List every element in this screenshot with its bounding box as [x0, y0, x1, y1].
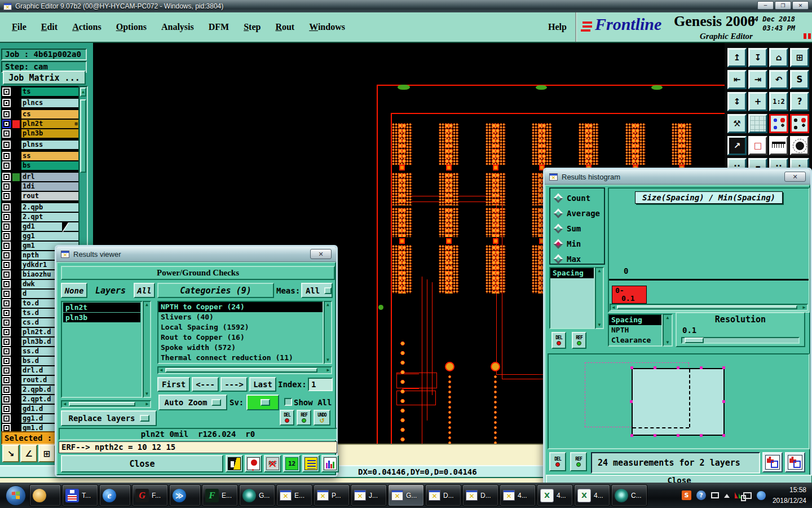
layer-checkbox[interactable] — [2, 280, 11, 288]
menu-analysis[interactable]: Analysis — [154, 22, 201, 32]
radio-count[interactable]: Count — [550, 190, 604, 205]
menu-help[interactable]: Help — [548, 12, 567, 42]
histogram-import-button[interactable] — [785, 452, 805, 472]
layer-color-chip[interactable] — [12, 141, 20, 149]
meas-dropdown[interactable]: All — [301, 283, 333, 298]
layer-color-chip[interactable] — [12, 405, 20, 413]
layer-name[interactable]: 1di — [21, 182, 78, 191]
scroll-down-icon[interactable]: ▼ — [664, 340, 672, 345]
radio-max[interactable]: Max — [550, 251, 604, 266]
layer-checkbox[interactable] — [2, 141, 11, 149]
layer-color-chip[interactable] — [12, 348, 20, 356]
layer-name[interactable]: ss — [21, 152, 78, 160]
layer-checkbox[interactable] — [2, 347, 11, 356]
layer-checkbox[interactable] — [2, 414, 11, 423]
layer-color-chip[interactable] — [12, 213, 20, 221]
category-item[interactable]: NPTH to Copper (24) — [158, 302, 323, 312]
layer-color-chip[interactable] — [12, 99, 20, 107]
layer-color-chip[interactable] — [12, 120, 20, 128]
all-button[interactable]: All — [134, 283, 155, 298]
layer-color-chip[interactable] — [12, 386, 20, 394]
first-button[interactable]: First — [157, 377, 190, 392]
layer-checkbox[interactable] — [2, 318, 11, 327]
histogram-button[interactable] — [321, 455, 339, 472]
layer-checkbox[interactable] — [2, 424, 11, 431]
spacing-list[interactable]: Spacing — [549, 267, 595, 329]
help-mode-button[interactable]: ? — [790, 92, 809, 111]
layer-color-chip[interactable] — [12, 233, 20, 240]
results-histogram-titlebar[interactable]: Results histogram ✕ — [545, 169, 810, 185]
measure-type-item[interactable]: NPTH — [609, 325, 661, 335]
category-item[interactable]: Thermal connect reduction (11) — [158, 353, 323, 363]
layer-checkbox[interactable] — [2, 376, 11, 384]
layer-name[interactable]: plncs — [21, 99, 78, 107]
zoom-fit-button[interactable]: ↕ — [727, 92, 747, 111]
layer-checkbox[interactable] — [2, 99, 11, 107]
measure-type-list[interactable]: SpacingNPTHClearance — [608, 314, 663, 347]
layer-color-chip[interactable] — [12, 223, 20, 231]
ref-button[interactable]: REF — [572, 332, 586, 349]
layer-checkbox[interactable] — [2, 203, 11, 212]
layer-checkbox[interactable] — [2, 182, 11, 191]
layer-color-chip[interactable] — [12, 271, 20, 279]
start-button[interactable] — [3, 484, 28, 507]
radio-min[interactable]: Min — [550, 236, 604, 251]
scroll-thumb[interactable] — [165, 368, 317, 373]
measure-type-item[interactable]: Spacing — [609, 315, 661, 325]
layer-checkbox[interactable] — [2, 366, 11, 375]
profile-button[interactable]: S — [790, 70, 809, 89]
layer-checkbox[interactable] — [2, 338, 11, 346]
layer-checkbox[interactable] — [2, 232, 11, 240]
del-button[interactable]: DEL — [549, 452, 566, 471]
minimize-button[interactable]: ─ — [757, 1, 774, 10]
layer-color-chip[interactable] — [12, 183, 20, 191]
layer-color-chip[interactable] — [12, 319, 20, 327]
layer-name[interactable]: gd1 — [21, 222, 78, 231]
resolution-slider-track[interactable] — [681, 337, 800, 344]
layer-color-chip[interactable] — [12, 290, 20, 298]
measure-pages-button[interactable]: 12 — [283, 455, 301, 472]
next-button[interactable]: ---> — [220, 377, 248, 392]
viewer-layer-item[interactable]: pln2t — [63, 303, 140, 312]
results-viewer-titlebar[interactable]: Results viewer ✕ — [56, 247, 336, 262]
messenger-icon[interactable] — [757, 491, 766, 500]
radio-sum[interactable]: Sum — [550, 221, 604, 236]
layer-checkbox[interactable] — [2, 222, 11, 231]
menu-step[interactable]: Step — [236, 22, 268, 32]
last-button[interactable]: Last — [249, 377, 276, 392]
scroll-left-icon[interactable]: ◀ — [62, 401, 68, 407]
layer-color-chip[interactable] — [12, 281, 20, 288]
layer-checkbox[interactable] — [2, 129, 11, 138]
layer-checkbox[interactable] — [2, 152, 11, 160]
measure-ruler-button[interactable] — [769, 136, 788, 155]
taskbar-item-shell[interactable] — [29, 484, 61, 506]
taskbar-item-genesis[interactable]: D... — [462, 484, 498, 506]
layer-color-chip[interactable] — [12, 252, 20, 260]
taskbar-item-excel[interactable]: X4... — [537, 484, 573, 506]
layer-color-chip[interactable] — [12, 192, 20, 200]
layer-checkbox[interactable] — [2, 357, 11, 365]
layer-color-chip[interactable] — [12, 329, 20, 336]
category-item[interactable]: Rout to Copper (16) — [158, 332, 323, 343]
scroll-right-icon[interactable]: ▶ — [325, 367, 331, 373]
taskbar-item-genesis[interactable]: E... — [276, 484, 312, 506]
report-button[interactable] — [302, 455, 320, 472]
layer-name[interactable]: 2.qpb — [21, 203, 78, 212]
measure-tool-button[interactable]: ↘ — [2, 445, 19, 462]
layer-checkbox[interactable] — [2, 251, 11, 260]
layer-checkbox[interactable] — [2, 309, 11, 317]
menu-rout[interactable]: Rout — [268, 22, 302, 32]
layer-name[interactable]: drl — [21, 173, 78, 181]
replace-layers-dropdown[interactable]: Replace layers — [61, 410, 157, 426]
dialog-close-icon[interactable]: ✕ — [784, 172, 806, 182]
layer-name[interactable]: gg1 — [21, 232, 78, 240]
taskbar-item-guardian[interactable]: GF... — [132, 484, 168, 506]
dialog-close-icon[interactable]: ✕ — [310, 249, 332, 259]
scale-1-2-button[interactable]: 1:2 — [769, 92, 788, 111]
layer-color-chip[interactable] — [12, 338, 20, 346]
layer-color-chip[interactable] — [12, 261, 20, 269]
layer-checkbox[interactable] — [2, 192, 11, 200]
exit-button[interactable] — [226, 455, 243, 472]
clock[interactable]: 15:58 2018/12/24 — [773, 485, 806, 506]
layer-name[interactable]: rout — [21, 192, 78, 200]
